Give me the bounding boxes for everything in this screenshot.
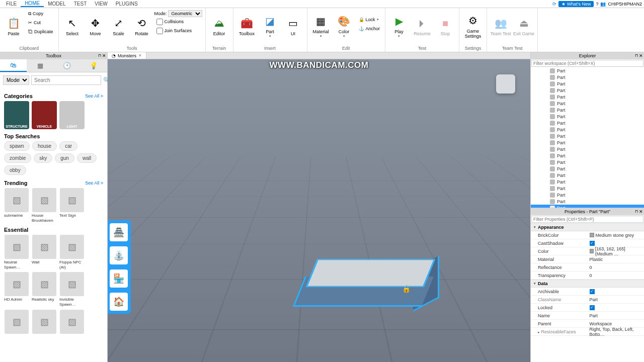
asset-card[interactable]: ▧Floppa NPC (AI) (59, 235, 85, 269)
resume-button[interactable]: ⏵Resume (412, 9, 433, 43)
checkbox-icon[interactable]: ✓ (590, 241, 595, 246)
property-value[interactable]: ✓ (588, 305, 645, 310)
category-select[interactable]: Models (3, 75, 29, 85)
search-chip[interactable]: gun (55, 153, 74, 163)
tree-item[interactable]: Part (531, 120, 644, 126)
property-value[interactable]: 0 (588, 265, 645, 270)
search-chip[interactable]: obby (4, 165, 26, 175)
asset-card[interactable]: ▧HD Admin (4, 272, 29, 307)
pin-icon[interactable]: ⊓ (635, 52, 638, 59)
mode-select[interactable]: Geometric (168, 10, 202, 17)
scene-tab[interactable]: ◔Monsters✕ (108, 52, 146, 59)
asset-card[interactable]: ▧Neutral Spawn… (4, 235, 29, 269)
pin-icon[interactable]: ⊓ (98, 52, 101, 59)
material-button[interactable]: ▦Material▾ (310, 9, 332, 43)
stamp-btn-3[interactable]: 🏪 (110, 269, 128, 288)
stamp-btn-2[interactable]: ⛲ (110, 246, 128, 264)
tree-item[interactable]: Part (531, 74, 644, 80)
close-icon[interactable]: ✕ (102, 52, 106, 59)
property-value[interactable]: Part (588, 313, 645, 318)
close-tab-icon[interactable]: ✕ (138, 53, 142, 58)
terrain-editor-button[interactable]: ⛰Editor (209, 9, 230, 43)
property-row[interactable]: Color [163, 162, 165] (Medium … (531, 247, 644, 255)
checkbox-icon[interactable]: ✓ (590, 305, 595, 310)
tree-item[interactable]: Part (531, 185, 644, 192)
lock-gizmo-icon[interactable]: 🔒↑ (402, 285, 413, 293)
select-button[interactable]: ↖Select (62, 9, 83, 43)
stop-button[interactable]: ■Stop (435, 9, 456, 43)
asset-card[interactable]: ▧ (4, 310, 29, 335)
play-button[interactable]: ▶Play▾ (388, 9, 410, 43)
pin-icon[interactable]: ⊓ (635, 208, 638, 215)
property-category[interactable]: ▾Appearance (531, 223, 644, 231)
property-value[interactable]: Right, Top, Back, Left, Botto… (588, 327, 645, 337)
tree-item[interactable]: Part (531, 146, 644, 152)
property-value[interactable]: [163, 162, 165] (Medium … (588, 246, 645, 256)
tree-item[interactable]: Part (531, 152, 644, 159)
join-surfaces-toggle[interactable]: Join Surfaces (154, 26, 202, 35)
view-cube[interactable] (496, 74, 515, 94)
tree-item[interactable]: Part (531, 80, 644, 87)
search-chip[interactable]: sky (34, 153, 52, 163)
ui-button[interactable]: ▭UI (283, 9, 304, 43)
selected-part-top[interactable] (306, 259, 435, 287)
asset-card[interactable]: ▧House Brookhaven (32, 188, 57, 223)
property-row[interactable]: Transparency0 (531, 272, 644, 280)
join-checkbox[interactable] (156, 28, 163, 34)
sync-icon[interactable]: ⟳ (552, 2, 556, 7)
search-chip[interactable]: car (59, 141, 77, 151)
property-row[interactable]: ClassNamePart (531, 296, 644, 304)
explorer-filter-input[interactable] (531, 60, 643, 67)
property-value[interactable]: Medium stone grey (588, 233, 645, 238)
tree-item[interactable]: Part (531, 192, 644, 198)
properties-filter-input[interactable] (531, 216, 643, 223)
tab-recent[interactable]: 🕑 (54, 59, 80, 72)
asset-card[interactable]: ▧submarine (4, 188, 29, 223)
tree-item[interactable]: Part (531, 198, 644, 205)
whats-new-button[interactable]: ★ What's New (558, 1, 594, 7)
toolbox-body[interactable]: CategoriesSee All > STRUCTUREVEHICLELIGH… (0, 88, 107, 362)
tree-item[interactable]: Part (531, 159, 644, 165)
tree-item[interactable]: Part (531, 178, 644, 185)
tree-item[interactable]: Part (531, 107, 644, 113)
menu-test[interactable]: TEST (70, 1, 91, 7)
viewport[interactable]: WWW.BANDICAM.COM 🔒↑ 🏯 ⛲ 🏪 🏠 (108, 59, 530, 362)
search-chip[interactable]: house (32, 141, 57, 151)
property-value[interactable]: Part (588, 297, 645, 302)
categories-seeall[interactable]: See All > (85, 94, 103, 99)
tab-creations[interactable]: 💡 (80, 59, 107, 72)
property-value[interactable]: 0 (588, 273, 645, 278)
close-icon[interactable]: ✕ (639, 52, 643, 59)
menu-file[interactable]: FILE (2, 1, 21, 7)
copy-button[interactable]: ⧉Copy (26, 9, 55, 18)
tree-item[interactable]: Part (531, 100, 644, 107)
duplicate-button[interactable]: ⿻Duplicate (26, 27, 55, 36)
property-value[interactable]: Plastic (588, 257, 645, 262)
asset-card[interactable]: ▧ (32, 310, 57, 335)
tree-item[interactable]: Part (531, 126, 644, 133)
property-row[interactable]: NamePart (531, 312, 644, 320)
checkbox-icon[interactable]: ✓ (590, 289, 595, 294)
properties-body[interactable]: ▾AppearanceBrickColor Medium stone greyC… (531, 223, 644, 362)
tree-item[interactable]: Part (531, 139, 644, 146)
search-chip[interactable]: zombie (4, 153, 31, 163)
tree-item[interactable]: Part (531, 113, 644, 120)
cut-button[interactable]: ✂Cut (26, 18, 55, 27)
menu-model[interactable]: MODEL (44, 1, 70, 7)
search-input[interactable] (31, 75, 101, 85)
tree-item[interactable]: Part (531, 67, 644, 74)
scale-button[interactable]: ⤢Scale (108, 9, 129, 43)
tree-item[interactable]: Part (531, 205, 644, 208)
property-category[interactable]: ▾Data (531, 280, 644, 288)
close-icon[interactable]: ✕ (639, 208, 643, 215)
exit-game-button[interactable]: ⏏Exit Game (513, 9, 534, 43)
property-row[interactable]: Locked✓ (531, 304, 644, 312)
search-chip[interactable]: wall (77, 153, 97, 163)
trending-seeall[interactable]: See All > (85, 180, 103, 186)
asset-card[interactable]: ▧Realistic sky (32, 272, 57, 307)
rotate-button[interactable]: ⟲Rotate (131, 9, 152, 43)
paste-button[interactable]: 📋Paste (3, 9, 24, 43)
property-row[interactable]: MaterialPlastic (531, 255, 644, 263)
property-row[interactable]: BrickColor Medium stone grey (531, 231, 644, 239)
tab-marketplace[interactable]: 🛍 (0, 59, 27, 72)
